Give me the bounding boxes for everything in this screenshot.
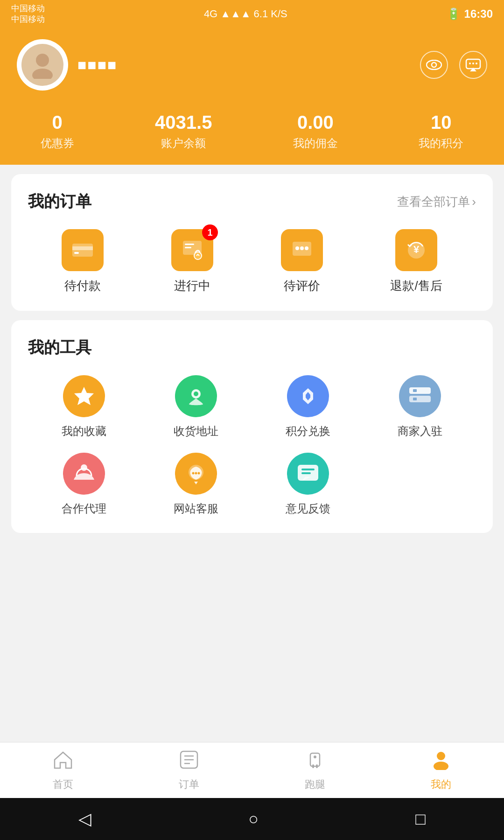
- order-item-refund[interactable]: ¥ 退款/售后: [390, 229, 442, 294]
- svg-point-17: [300, 246, 304, 250]
- view-all-orders-button[interactable]: 查看全部订单 ›: [397, 194, 476, 210]
- tool-address-label: 收货地址: [174, 424, 218, 439]
- tools-card: 我的工具 我的收藏 收货地址: [11, 320, 493, 533]
- tab-orders-icon: [179, 749, 199, 775]
- svg-point-2: [427, 60, 441, 70]
- orders-grid: 待付款 1 进行中: [28, 229, 476, 294]
- tab-mine-label: 我的: [431, 777, 451, 791]
- svg-point-3: [432, 63, 436, 67]
- tool-merchant[interactable]: 商家入驻: [364, 375, 476, 439]
- recents-button[interactable]: □: [415, 809, 426, 829]
- order-item-pending-review[interactable]: 待评价: [281, 229, 323, 294]
- svg-rect-13: [185, 247, 191, 248]
- svg-rect-27: [409, 396, 431, 402]
- svg-point-33: [195, 472, 197, 475]
- svg-point-47: [434, 762, 448, 770]
- tab-bar: 首页 订单 跑腿: [0, 742, 504, 798]
- tools-grid: 我的收藏 收货地址 积分兑换: [28, 375, 476, 516]
- order-item-in-progress[interactable]: 1 进行中: [171, 229, 213, 294]
- svg-rect-43: [312, 764, 314, 768]
- svg-rect-10: [74, 252, 79, 254]
- stat-balance[interactable]: 4031.5 账户余额: [155, 112, 212, 151]
- order-label-pending-pay: 待付款: [64, 278, 101, 294]
- svg-rect-7: [476, 63, 477, 64]
- tool-customer-service[interactable]: 网站客服: [140, 453, 252, 516]
- tool-favorites[interactable]: 我的收藏: [28, 375, 140, 439]
- tab-orders[interactable]: 订单: [126, 749, 252, 791]
- svg-rect-28: [413, 389, 417, 392]
- svg-point-0: [36, 54, 49, 67]
- stat-coupon[interactable]: 0 优惠券: [41, 112, 74, 151]
- time-battery: 🔋 16:30: [447, 7, 493, 21]
- carrier-info: 中国移动 中国移动: [11, 3, 45, 25]
- svg-point-34: [198, 472, 200, 475]
- profile-left: ■■■■: [17, 39, 117, 91]
- eye-button[interactable]: [420, 51, 448, 79]
- svg-rect-42: [310, 753, 320, 766]
- tab-runner-icon: [305, 749, 325, 775]
- tool-address[interactable]: 收货地址: [140, 375, 252, 439]
- order-label-pending-review: 待评价: [284, 278, 320, 294]
- tool-feedback[interactable]: 意见反馈: [252, 453, 364, 516]
- svg-rect-5: [469, 63, 471, 64]
- orders-title: 我的订单: [28, 191, 91, 212]
- tool-points-exchange[interactable]: 积分兑换: [252, 375, 364, 439]
- favorites-icon: [63, 375, 105, 417]
- svg-point-16: [295, 246, 299, 250]
- order-icon-pending-pay: [62, 229, 104, 271]
- home-button[interactable]: ○: [248, 809, 259, 829]
- orders-card-header: 我的订单 查看全部订单 ›: [28, 191, 476, 212]
- stat-balance-value: 4031.5: [155, 112, 212, 133]
- tool-agent[interactable]: 合作代理: [28, 453, 140, 516]
- svg-rect-36: [301, 469, 315, 470]
- back-button[interactable]: ◁: [78, 809, 91, 829]
- orders-card: 我的订单 查看全部订单 › 待付款: [11, 174, 493, 311]
- svg-point-18: [305, 246, 308, 250]
- order-icon-pending-pay-wrap: [62, 229, 104, 271]
- stat-points[interactable]: 10 我的积分: [419, 112, 463, 151]
- username-label: ■■■■: [77, 56, 117, 74]
- tool-merchant-label: 商家入驻: [398, 424, 442, 439]
- svg-point-30: [81, 464, 87, 471]
- svg-rect-37: [301, 472, 311, 474]
- tab-runner[interactable]: 跑腿: [252, 749, 378, 791]
- tools-card-header: 我的工具: [28, 337, 476, 358]
- tool-agent-label: 合作代理: [62, 501, 106, 516]
- feedback-icon: [287, 453, 329, 495]
- customer-service-icon: [175, 453, 217, 495]
- stat-coupon-value: 0: [52, 112, 63, 133]
- order-icon-in-progress-wrap: 1: [171, 229, 213, 271]
- order-label-in-progress: 进行中: [174, 278, 210, 294]
- android-nav-bar: ◁ ○ □: [0, 798, 504, 840]
- battery-icon: 🔋: [447, 7, 461, 21]
- svg-marker-21: [74, 387, 94, 405]
- agent-icon: [63, 453, 105, 495]
- tab-home-label: 首页: [53, 777, 73, 791]
- svg-point-46: [437, 752, 445, 760]
- svg-point-32: [192, 472, 195, 475]
- wifi-icon: ▲▲▲: [220, 8, 251, 20]
- avatar-image: [21, 44, 63, 86]
- svg-rect-12: [185, 244, 194, 245]
- tool-feedback-label: 意见反馈: [286, 501, 330, 516]
- tab-mine[interactable]: 我的: [378, 749, 504, 791]
- avatar[interactable]: [17, 39, 68, 91]
- tab-home[interactable]: 首页: [0, 749, 126, 791]
- svg-point-14: [194, 252, 202, 259]
- signal-icons: 4G ▲▲▲ 6.1 K/S: [204, 8, 287, 20]
- svg-point-1: [32, 69, 53, 79]
- stat-commission[interactable]: 0.00 我的佣金: [293, 112, 338, 151]
- svg-rect-26: [409, 387, 431, 394]
- message-button[interactable]: [459, 51, 487, 79]
- stat-commission-value: 0.00: [297, 112, 334, 133]
- order-item-pending-pay[interactable]: 待付款: [62, 229, 104, 294]
- stat-points-label: 我的积分: [419, 136, 463, 151]
- tab-orders-label: 订单: [179, 777, 199, 791]
- tools-title: 我的工具: [28, 337, 91, 358]
- order-label-refund: 退款/售后: [390, 278, 442, 294]
- status-bar: 中国移动 中国移动 4G ▲▲▲ 6.1 K/S 🔋 16:30: [0, 0, 504, 28]
- stat-coupon-label: 优惠券: [41, 136, 74, 151]
- stat-balance-label: 账户余额: [161, 136, 206, 151]
- speed-label: 6.1 K/S: [254, 8, 287, 20]
- empty-area: [0, 542, 504, 757]
